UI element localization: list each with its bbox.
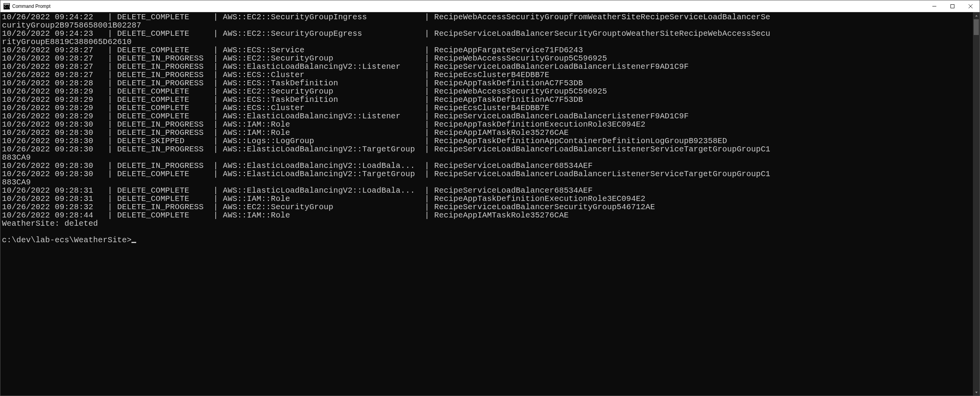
command-prompt-window: C:\ Command Prompt 10/26/2022 09:24:22 |… [0,0,980,396]
log-row: 10/26/2022 09:28:27 | DELETE_IN_PROGRESS… [2,63,973,71]
log-row: 10/26/2022 09:28:30 | DELETE_IN_PROGRESS… [2,129,973,137]
log-row: 10/26/2022 09:24:23 | DELETE_COMPLETE | … [2,29,973,38]
log-row-wrap: curityGroup2B9758658001B02287 [2,21,973,29]
log-row: 10/26/2022 09:28:29 | DELETE_COMPLETE | … [2,112,973,120]
log-row: 10/26/2022 09:28:27 | DELETE_IN_PROGRESS… [2,54,973,63]
log-row: 10/26/2022 09:28:31 | DELETE_COMPLETE | … [2,195,973,203]
terminal-area: 10/26/2022 09:24:22 | DELETE_COMPLETE | … [0,12,980,396]
vertical-scrollbar[interactable] [973,12,980,396]
svg-rect-3 [951,4,954,8]
log-row: 10/26/2022 09:28:31 | DELETE_COMPLETE | … [2,186,973,195]
log-row-wrap: rityGroupE8819C388065D62610 [2,38,973,46]
log-row-wrap: 883CA9 [2,153,973,162]
log-row-wrap: 883CA9 [2,178,973,186]
log-row: 10/26/2022 09:24:22 | DELETE_COMPLETE | … [2,13,973,21]
prompt-text: c:\dev\lab-ecs\WeatherSite> [2,236,131,245]
svg-text:C:\: C:\ [4,5,10,9]
log-row: 10/26/2022 09:28:30 | DELETE_IN_PROGRESS… [2,120,973,129]
scroll-up-button[interactable] [973,12,980,19]
scroll-thumb[interactable] [974,19,979,35]
terminal-output[interactable]: 10/26/2022 09:24:22 | DELETE_COMPLETE | … [0,12,973,396]
close-button[interactable] [962,0,980,12]
cursor [131,242,136,243]
status-line: WeatherSite: deleted [2,219,973,228]
svg-rect-1 [4,4,9,5]
log-row: 10/26/2022 09:28:30 | DELETE_IN_PROGRESS… [2,145,973,153]
log-row: 10/26/2022 09:28:30 | DELETE_SKIPPED | A… [2,137,973,145]
log-row: 10/26/2022 09:28:27 | DELETE_IN_PROGRESS… [2,71,973,79]
log-row: 10/26/2022 09:28:28 | DELETE_IN_PROGRESS… [2,79,973,87]
prompt-line[interactable]: c:\dev\lab-ecs\WeatherSite> [2,236,973,244]
window-title: Command Prompt [12,4,50,9]
log-row: 10/26/2022 09:28:30 | DELETE_IN_PROGRESS… [2,162,973,170]
window-controls [925,0,980,12]
log-row: 10/26/2022 09:28:30 | DELETE_COMPLETE | … [2,170,973,178]
cmd-icon: C:\ [4,3,10,9]
maximize-button[interactable] [943,0,962,12]
scroll-down-button[interactable] [973,389,980,396]
log-row: 10/26/2022 09:28:44 | DELETE_COMPLETE | … [2,211,973,219]
titlebar[interactable]: C:\ Command Prompt [0,0,980,12]
log-row: 10/26/2022 09:28:32 | DELETE_IN_PROGRESS… [2,203,973,211]
log-row: 10/26/2022 09:28:29 | DELETE_COMPLETE | … [2,87,973,96]
blank-line [2,228,973,236]
log-row: 10/26/2022 09:28:29 | DELETE_COMPLETE | … [2,96,973,104]
log-row: 10/26/2022 09:28:29 | DELETE_COMPLETE | … [2,104,973,112]
minimize-button[interactable] [925,0,943,12]
log-row: 10/26/2022 09:28:27 | DELETE_COMPLETE | … [2,46,973,54]
